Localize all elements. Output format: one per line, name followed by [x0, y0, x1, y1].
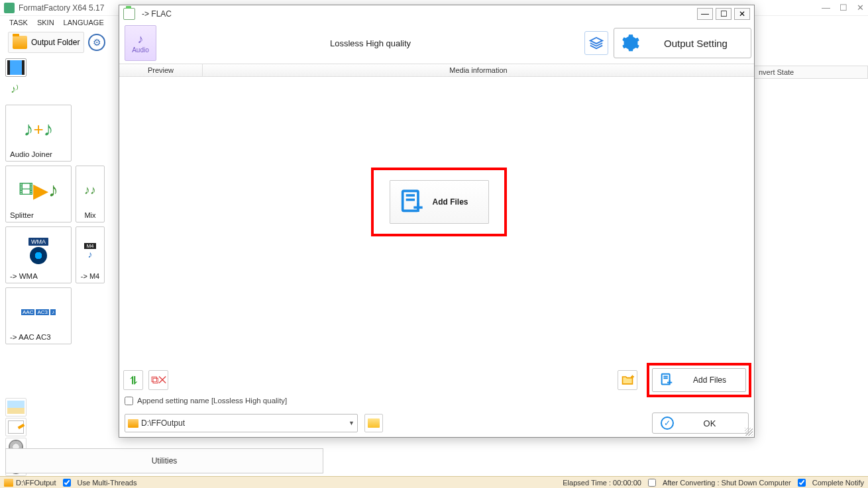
convert-state-column: nvert State [754, 66, 868, 79]
settings-gear-icon[interactable]: ⚙ [88, 34, 105, 51]
app-logo-icon [4, 3, 15, 13]
dialog-minimize-icon[interactable]: — [697, 8, 713, 20]
chevron-down-icon: ▼ [349, 420, 354, 426]
utilities-label: Utilities [152, 456, 178, 465]
complete-notify-checkbox[interactable] [798, 479, 806, 487]
dialog-maximize-icon[interactable]: ☐ [716, 8, 732, 20]
file-add-icon [659, 373, 674, 387]
browse-folder-button[interactable] [364, 414, 383, 432]
sidebar-item-splitter[interactable]: 🎞▶♪ Splitter [5, 166, 72, 222]
output-path-text: D:\FFOutput [141, 418, 346, 428]
wma-icon: WMA [28, 230, 48, 272]
document-category-icon[interactable] [5, 418, 27, 436]
sidebar-item-aac-ac3[interactable]: AAC AC3 ♪ -> AAC AC3 [5, 287, 72, 344]
add-files-highlight: Add Files [371, 168, 507, 236]
sidebar-item-label: -> M4 [81, 272, 99, 280]
file-add-icon [398, 189, 425, 215]
output-folder-label: Output Folder [31, 38, 80, 47]
output-setting-label: Output Setting [647, 38, 744, 49]
add-files-center-button[interactable]: Add Files [390, 180, 489, 224]
layers-button[interactable] [584, 31, 608, 55]
sidebar-item-label: -> WMA [9, 272, 38, 280]
column-headers: Preview Media information [119, 64, 754, 77]
swap-icon: ⥮ [129, 374, 138, 387]
dialog-title: -> FLAC [139, 9, 693, 19]
audio-category-icon[interactable]: ♪⁾ [5, 79, 24, 98]
add-files-center-label: Add Files [433, 197, 468, 207]
sidebar-item-label: -> AAC AC3 [9, 333, 51, 341]
menu-language[interactable]: LANGUAGE [64, 19, 104, 26]
multi-threads-label: Use Multi-Threads [78, 479, 137, 487]
window-controls: — ☐ ✕ [822, 3, 864, 13]
remove-button[interactable]: ⧉✕ [148, 370, 168, 390]
left-sidebar: ♪⁾ ♪+♪ Audio Joiner 🎞▶♪ Splitter ♪♪ Mix … [0, 56, 118, 476]
folder-icon [4, 479, 13, 487]
dialog-close-icon[interactable]: ✕ [734, 8, 750, 20]
sidebar-item-wma[interactable]: WMA -> WMA [5, 226, 72, 283]
m4-icon: M4♪ [84, 230, 95, 272]
ok-label: OK [679, 418, 740, 428]
sidebar-item-label: Audio Joiner [9, 150, 52, 158]
check-icon: ✓ [661, 416, 674, 430]
convert-state-label: nvert State [759, 68, 794, 76]
statusbar: D:\FFOutput Use Multi-Threads Elapsed Ti… [0, 476, 868, 488]
close-icon[interactable]: ✕ [857, 3, 864, 13]
sidebar-item-label: Splitter [9, 211, 34, 219]
folder-icon [128, 419, 138, 428]
after-converting-checkbox[interactable] [648, 479, 656, 487]
dialog-header: ♪ Audio Lossless High quality Output Set… [119, 23, 754, 64]
complete-notify-label: Complete Notify [812, 479, 864, 487]
category-row [5, 58, 115, 77]
add-folder-button[interactable] [618, 370, 637, 390]
after-converting-label: After Converting : Shut Down Computer [663, 479, 791, 487]
sidebar-item-m4[interactable]: M4♪ -> M4 [76, 226, 105, 283]
splitter-icon: 🎞▶♪ [19, 169, 58, 211]
quality-label: Lossless High quality [162, 38, 579, 48]
audio-tile-icon: ♪ Audio [125, 25, 156, 61]
elapsed-time: Elapsed Time : 00:00:00 [563, 479, 641, 487]
folder-icon [368, 418, 380, 428]
append-setting-checkbox[interactable] [125, 397, 133, 405]
add-files-label: Add Files [680, 375, 739, 385]
dialog-titlebar: -> FLAC — ☐ ✕ [119, 5, 754, 23]
audio-tile-label: Audio [132, 46, 149, 54]
sidebar-grid: ♪+♪ Audio Joiner 🎞▶♪ Splitter ♪♪ Mix WMA… [5, 105, 115, 344]
utilities-bar[interactable]: Utilities [5, 448, 323, 473]
resize-grip-icon[interactable] [745, 428, 753, 436]
dialog-bottom-row: D:\FFOutput ▼ ✓ OK [119, 409, 754, 437]
dialog-body: Add Files [119, 77, 754, 368]
maximize-icon[interactable]: ☐ [840, 3, 847, 13]
sidebar-item-label: Mix [84, 211, 95, 219]
dialog-toolbar: ⥮ ⧉✕ Add Files [119, 368, 754, 392]
folder-icon [13, 36, 27, 49]
multi-threads-checkbox[interactable] [63, 479, 71, 487]
flac-dialog: -> FLAC — ☐ ✕ ♪ Audio Lossless High qual… [119, 5, 755, 438]
joiner-icon: ♪+♪ [23, 108, 53, 150]
menu-skin[interactable]: SKIN [37, 19, 54, 26]
mix-icon: ♪♪ [84, 169, 96, 211]
append-setting-row: Append setting name [Lossless High quali… [119, 392, 754, 409]
gear-icon [621, 33, 641, 53]
sidebar-item-audio-joiner[interactable]: ♪+♪ Audio Joiner [5, 105, 72, 162]
aac-icon: AAC AC3 ♪ [21, 291, 56, 333]
picture-category-icon[interactable] [5, 398, 27, 416]
sidebar-item-mix[interactable]: ♪♪ Mix [76, 166, 105, 222]
output-path-combo[interactable]: D:\FFOutput ▼ [125, 414, 358, 432]
add-files-button[interactable]: Add Files [652, 368, 746, 392]
output-folder-button[interactable]: Output Folder [8, 32, 84, 53]
minimize-icon[interactable]: — [822, 3, 830, 13]
ok-button[interactable]: ✓ OK [652, 413, 749, 434]
output-setting-button[interactable]: Output Setting [614, 28, 751, 58]
video-category-icon[interactable] [5, 58, 27, 77]
status-path[interactable]: D:\FFOutput [16, 479, 56, 487]
remove-icon: ⧉✕ [151, 374, 166, 386]
svg-marker-0 [590, 38, 602, 44]
dialog-logo-icon [123, 8, 135, 20]
swap-button[interactable]: ⥮ [123, 370, 143, 390]
append-setting-label: Append setting name [Lossless High quali… [137, 397, 287, 405]
col-media-info[interactable]: Media information [203, 64, 754, 76]
col-preview[interactable]: Preview [119, 64, 203, 76]
menu-task[interactable]: TASK [9, 19, 28, 26]
